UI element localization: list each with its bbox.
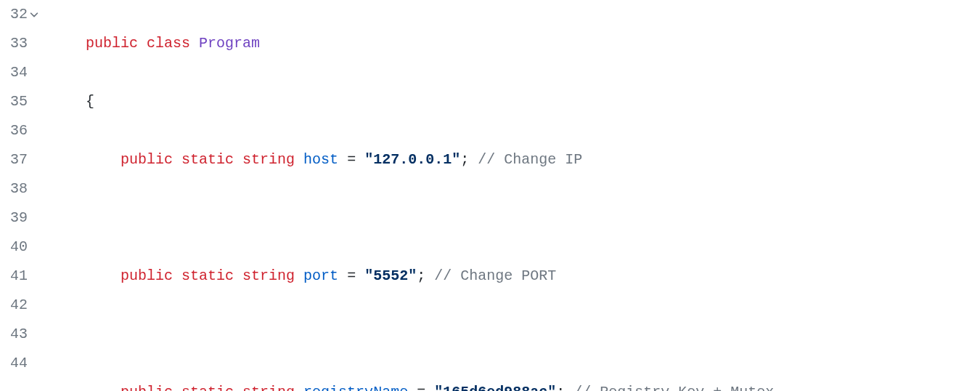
line-number: 36: [0, 116, 41, 145]
line-number-text: 44: [10, 349, 28, 378]
line-number: 32: [0, 0, 41, 29]
keyword-static: static: [181, 267, 234, 284]
line-number: 34: [0, 58, 41, 87]
line-number-text: 43: [10, 320, 28, 349]
comment-text: Change PORT: [460, 267, 556, 284]
comment-text: Change IP: [504, 151, 582, 168]
line-number-text: 33: [10, 29, 28, 58]
line-number: 35: [0, 87, 41, 116]
brace-open: {: [86, 93, 94, 110]
type-string: string: [242, 267, 295, 284]
keyword-public: public: [121, 151, 173, 168]
line-number-text: 40: [10, 233, 28, 262]
code-line: public class Program: [86, 29, 980, 58]
line-number-text: 32: [10, 0, 28, 29]
keyword-class: class: [147, 35, 190, 52]
line-number: 41: [0, 262, 41, 291]
comment-slashes: //: [565, 384, 600, 391]
var-port: port: [303, 267, 338, 284]
equals: =: [408, 384, 434, 391]
comment-text: Registry Key + Mutex: [600, 384, 774, 391]
code-line: public static string port = "5552"; // C…: [86, 262, 980, 291]
keyword-public: public: [86, 35, 138, 52]
equals: =: [338, 151, 364, 168]
line-number-text: 37: [10, 145, 28, 174]
line-number: 37: [0, 145, 41, 174]
type-string: string: [242, 151, 295, 168]
string-literal: "5552": [364, 267, 417, 284]
var-host: host: [303, 151, 338, 168]
keyword-public: public: [121, 384, 173, 391]
keyword-public: public: [121, 267, 173, 284]
semicolon: ;: [417, 267, 425, 284]
keyword-static: static: [181, 151, 234, 168]
code-line: [86, 203, 980, 233]
equals: =: [338, 267, 364, 284]
string-literal: "165d6ed988ac": [434, 384, 556, 391]
line-number-text: 34: [10, 58, 28, 87]
line-number: 40: [0, 233, 41, 262]
keyword-static: static: [181, 384, 234, 391]
comment-slashes: //: [425, 267, 460, 284]
line-number-text: 39: [10, 203, 28, 233]
type-string: string: [242, 384, 295, 391]
code-line: [86, 320, 980, 349]
semicolon: ;: [460, 151, 469, 168]
line-number-text: 41: [10, 262, 28, 291]
line-number: 44: [0, 349, 41, 378]
class-name: Program: [199, 35, 260, 52]
comment-slashes: //: [469, 151, 504, 168]
chevron-down-icon: [29, 9, 39, 20]
line-number: 39: [0, 203, 41, 233]
semicolon: ;: [556, 384, 565, 391]
fold-toggle[interactable]: [28, 9, 41, 20]
line-number: 33: [0, 29, 41, 58]
string-literal: "127.0.0.1": [364, 151, 460, 168]
gutter: 32 33 34 35 36 37 38 39 40 41 42 43 44: [0, 0, 44, 391]
line-number-text: 42: [10, 291, 28, 320]
code-area[interactable]: public class Program { public static str…: [44, 0, 980, 391]
code-line: public static string registryName = "165…: [86, 378, 980, 391]
code-line: public static string host = "127.0.0.1";…: [86, 145, 980, 174]
var-registryName: registryName: [303, 384, 408, 391]
line-number: 43: [0, 320, 41, 349]
line-number-text: 36: [10, 116, 28, 145]
code-line: {: [86, 87, 980, 116]
line-number: 42: [0, 291, 41, 320]
code-editor: 32 33 34 35 36 37 38 39 40 41 42 43 44 p…: [0, 0, 980, 391]
line-number-text: 35: [10, 87, 28, 116]
line-number-text: 38: [10, 174, 28, 203]
line-number: 38: [0, 174, 41, 203]
